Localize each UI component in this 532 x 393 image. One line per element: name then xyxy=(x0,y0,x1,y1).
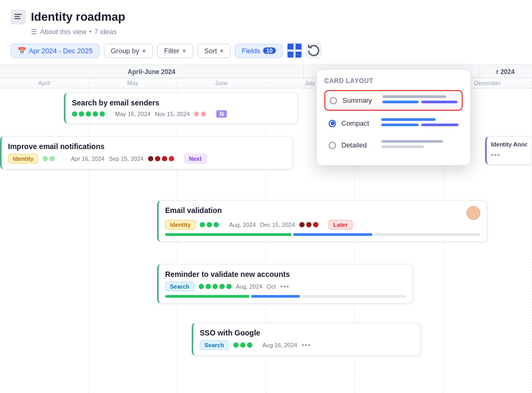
dots-sso xyxy=(233,342,252,348)
dots-improve xyxy=(43,156,55,161)
page: Identity roadmap ☰ About this view • 7 i… xyxy=(0,0,532,393)
tag-next: Next xyxy=(184,154,207,163)
card-sso[interactable]: SSO with Google Search · Aug 16, 2024 ••… xyxy=(192,323,421,356)
improve-date-end: Sep 15, 2024 xyxy=(109,155,143,162)
tag-search-sso: Search xyxy=(200,340,229,350)
layout-label-summary: Summary xyxy=(342,96,377,104)
filter-button[interactable]: Filter + xyxy=(157,44,193,58)
radio-detailed[interactable] xyxy=(329,142,336,149)
three-dots-ann[interactable]: ••• xyxy=(491,151,501,159)
toolbar: 📅 Apr 2024 - Dec 2025 Group by + Filter … xyxy=(0,43,532,65)
dots-improve-dark xyxy=(148,156,174,161)
layout-label-compact: Compact xyxy=(341,119,376,127)
dots-reminder xyxy=(199,284,232,289)
ne-badge: N xyxy=(216,110,227,118)
progress-empty-val xyxy=(374,233,480,236)
month-june: June xyxy=(177,78,266,88)
card-improve-email[interactable]: Improve email notifications Identity · ·… xyxy=(0,136,293,169)
layout-preview-summary xyxy=(382,95,457,105)
month-may: May xyxy=(89,78,178,88)
status-dots xyxy=(72,111,105,117)
progress-blue-reminder xyxy=(251,295,299,298)
layout-label-detailed: Detailed xyxy=(341,141,376,149)
email-val-title: Email validation xyxy=(165,206,222,215)
sso-meta: Search · Aug 16, 2024 ••• xyxy=(200,340,414,350)
group-by-button[interactable]: Group by + xyxy=(104,44,153,58)
dot-g2 xyxy=(201,111,206,117)
dots-val-dark xyxy=(299,222,318,227)
tag-identity-val: Identity xyxy=(165,220,195,230)
card-identity-ann[interactable]: Identity Annou ••• xyxy=(485,136,532,165)
fields-badge: 10 xyxy=(263,47,276,54)
layout-preview-compact xyxy=(381,118,459,128)
tag-search-reminder: Search xyxy=(165,282,194,291)
dot-1 xyxy=(72,111,77,117)
reminder-meta: Search Aug, 2024 Oct ••• xyxy=(165,282,406,291)
month-april: April xyxy=(0,78,89,88)
tag-later: Later xyxy=(329,220,353,230)
reminder-date-start: Aug, 2024 xyxy=(236,283,263,290)
date-start: May 16, 2024 xyxy=(115,111,151,117)
layout-option-summary[interactable]: Summary xyxy=(324,90,463,111)
reminder-title: Reminder to validate new accounts xyxy=(165,270,406,279)
progress-green-val xyxy=(165,233,291,236)
card-email-validation[interactable]: Email validation Identity · Aug, 2024 De… xyxy=(157,200,487,242)
layout-preview-detailed xyxy=(381,140,459,150)
period-header-far-right: r 2024 xyxy=(479,65,532,78)
dot-3 xyxy=(86,111,91,117)
dot-5 xyxy=(100,111,105,117)
dot-2 xyxy=(79,111,84,117)
sort-button[interactable]: Sort + xyxy=(198,44,231,58)
period-header-left: April-June 2024 xyxy=(0,65,304,78)
subtitle: ☰ About this view • 7 ideas xyxy=(31,28,521,36)
tag-identity: Identity xyxy=(8,154,38,163)
three-dots-reminder[interactable]: ••• xyxy=(280,282,290,291)
col-april xyxy=(0,88,89,393)
svg-rect-0 xyxy=(14,14,22,15)
page-title: Identity roadmap xyxy=(31,10,125,24)
filter-icon: ☰ xyxy=(31,28,37,36)
plus-icon2: + xyxy=(182,47,186,55)
radio-summary[interactable] xyxy=(330,97,337,104)
card-search-email-meta: · May 16, 2024 Nov 15, 2024 · N xyxy=(72,110,291,118)
dot-g1 xyxy=(194,111,199,117)
progress-green-reminder xyxy=(165,295,249,298)
page-header: Identity roadmap ☰ About this view • 7 i… xyxy=(0,0,532,36)
refresh-button[interactable] xyxy=(306,43,321,58)
card-layout-popup: Card layout Summary Compact xyxy=(316,69,471,166)
plus-icon3: + xyxy=(219,47,224,55)
svg-rect-5 xyxy=(288,52,293,58)
radio-compact[interactable] xyxy=(329,120,336,127)
date-range-button[interactable]: 📅 Apr 2024 - Dec 2025 xyxy=(11,44,100,58)
popup-title: Card layout xyxy=(324,77,463,85)
layout-option-detailed[interactable]: Detailed xyxy=(324,136,463,154)
dot-4 xyxy=(93,111,98,117)
date-end: Nov 15, 2024 xyxy=(155,111,190,117)
sso-title: SSO with Google xyxy=(200,329,414,337)
svg-rect-3 xyxy=(288,44,293,50)
plus-icon: + xyxy=(142,47,146,55)
card-search-email[interactable]: Search by email senders · May 16, 2024 N… xyxy=(64,93,298,124)
svg-rect-1 xyxy=(14,16,20,17)
layout-option-compact[interactable]: Compact xyxy=(324,114,463,133)
progress-empty-reminder xyxy=(302,295,406,298)
val-date-start: Aug, 2024 xyxy=(229,222,256,228)
status-dots-2 xyxy=(194,111,206,117)
email-val-meta: Identity · Aug, 2024 Dec 15, 2024 · xyxy=(165,220,480,230)
calendar-icon: 📅 xyxy=(18,47,26,55)
reminder-date-end: Oct xyxy=(267,283,276,290)
user-avatar xyxy=(466,206,480,220)
svg-rect-6 xyxy=(296,52,301,58)
card-improve-title: Improve email notifications xyxy=(8,142,286,151)
card-search-email-title: Search by email senders xyxy=(72,99,291,107)
card-reminder[interactable]: Reminder to validate new accounts Search… xyxy=(157,264,413,304)
card-improve-meta: Identity · · Apr 16, 2024 Sep 15, 2024 xyxy=(8,154,286,163)
three-dots-sso[interactable]: ••• xyxy=(301,341,311,349)
improve-date-start: Apr 16, 2024 xyxy=(71,155,104,162)
view-toggle-button[interactable] xyxy=(287,43,302,58)
fields-button[interactable]: Fields 10 xyxy=(235,44,283,58)
svg-rect-2 xyxy=(14,18,21,19)
val-date-end: Dec 15, 2024 xyxy=(260,222,294,228)
dots-val xyxy=(200,222,219,227)
page-icon xyxy=(11,10,26,24)
